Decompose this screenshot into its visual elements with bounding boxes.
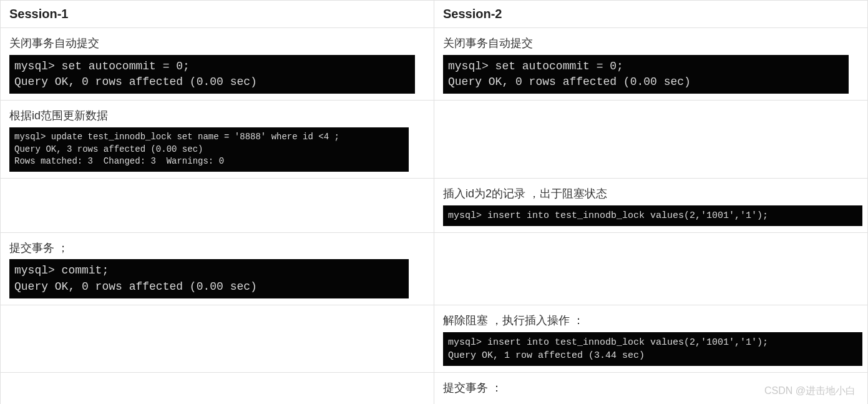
cell [1, 178, 434, 232]
table-row: 提交事务 ： [1, 372, 868, 404]
terminal-output: mysql> insert into test_innodb_lock valu… [443, 332, 862, 366]
table-row: 根据id范围更新数据mysql> update test_innodb_lock… [1, 101, 868, 179]
step-description: 解除阻塞 ，执行插入操作 ： [443, 312, 859, 330]
table-row: 插入id为2的记录 ，出于阻塞状态mysql> insert into test… [1, 178, 868, 232]
cell [434, 101, 868, 179]
step-description: 根据id范围更新数据 [9, 107, 425, 125]
terminal-output: mysql> commit; Query OK, 0 rows affected… [9, 259, 409, 298]
step-description: 关闭事务自动提交 [443, 34, 859, 52]
step-description: 关闭事务自动提交 [9, 34, 425, 52]
table-row: 解除阻塞 ，执行插入操作 ：mysql> insert into test_in… [1, 305, 868, 372]
table-row: 提交事务 ；mysql> commit; Query OK, 0 rows af… [1, 232, 868, 305]
terminal-output: mysql> set autocommit = 0; Query OK, 0 r… [443, 55, 849, 94]
cell: 关闭事务自动提交mysql> set autocommit = 0; Query… [1, 28, 434, 101]
step-description: 提交事务 ： [443, 379, 859, 397]
cell: 提交事务 ： [434, 372, 868, 404]
cell [1, 305, 434, 372]
cell [434, 232, 868, 305]
header-session-1: Session-1 [1, 1, 434, 28]
step-description: 插入id为2的记录 ，出于阻塞状态 [443, 185, 859, 203]
cell: 根据id范围更新数据mysql> update test_innodb_lock… [1, 101, 434, 179]
terminal-output: mysql> update test_innodb_lock set name … [9, 127, 409, 172]
table-row: 关闭事务自动提交mysql> set autocommit = 0; Query… [1, 28, 868, 101]
cell [1, 372, 434, 404]
terminal-output: mysql> insert into test_innodb_lock valu… [443, 205, 862, 226]
terminal-output: mysql> set autocommit = 0; Query OK, 0 r… [9, 55, 415, 94]
header-session-2: Session-2 [434, 1, 868, 28]
cell: 关闭事务自动提交mysql> set autocommit = 0; Query… [434, 28, 868, 101]
cell: 提交事务 ；mysql> commit; Query OK, 0 rows af… [1, 232, 434, 305]
step-description: 提交事务 ； [9, 239, 425, 257]
session-comparison-table: Session-1 Session-2 关闭事务自动提交mysql> set a… [0, 0, 868, 404]
cell: 插入id为2的记录 ，出于阻塞状态mysql> insert into test… [434, 178, 868, 232]
cell: 解除阻塞 ，执行插入操作 ：mysql> insert into test_in… [434, 305, 868, 372]
